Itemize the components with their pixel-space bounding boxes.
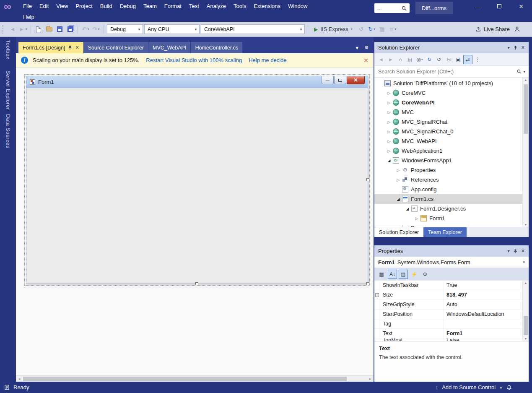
tree-item-mvc-signalrchat-0[interactable]: ▷ MVC_SignalRChat_0 [374,127,529,136]
add-to-source-control-button[interactable]: Add to Source Control [442,384,496,390]
tree-item-properties[interactable]: ▷ ⚙ Properties [374,165,529,175]
tree-item-corewebapi[interactable]: ▷ CoreWebAPI [374,98,529,107]
menu-edit[interactable]: Edit [36,3,52,9]
tree-item-mvc[interactable]: ▷ MVC [374,107,529,117]
menu-file[interactable]: File [19,3,36,9]
close-panel-icon[interactable]: ✕ [521,45,525,50]
events-button[interactable]: ⚡ [410,270,419,279]
resize-handle-bottom-right[interactable] [366,282,369,285]
source-control-dropdown-icon[interactable]: ▲ [499,385,503,389]
tab-homecontroller[interactable]: HomeController.cs [191,42,242,53]
live-share-button[interactable]: Live Share [475,26,510,32]
property-value[interactable]: 818, 497 [444,290,522,299]
window-options-gear-icon[interactable]: ⚙ [364,45,369,50]
grid-vertical-scrollbar[interactable]: ▲ ▼ [522,281,529,341]
categorized-button[interactable]: ▦ [377,270,386,279]
expand-arrow-icon[interactable]: ▷ [394,168,402,172]
tree-item-mvc-webapi[interactable]: ▷ MVC_WebAPI [374,136,529,146]
menu-debug[interactable]: Debug [116,3,140,9]
background-tasks-icon[interactable] [4,385,10,390]
property-value[interactable] [444,319,522,328]
pin-icon[interactable] [514,45,517,50]
menu-format[interactable]: Format [161,3,185,9]
property-row-sizegripstyle[interactable]: SizeGripStyle Auto [374,300,529,310]
property-row-showintaskbar[interactable]: ShowInTaskbar True [374,281,529,290]
menu-build[interactable]: Build [96,3,116,9]
property-value[interactable]: Auto [444,300,522,309]
help-me-decide-link[interactable]: Help me decide [249,57,286,63]
notifications-bell-icon[interactable] [506,385,512,390]
tree-item-app-config[interactable]: App.config [374,185,529,194]
form1-design-surface[interactable]: Form1 — ✕ [26,76,368,284]
new-file-button[interactable] [34,24,43,34]
menu-extensions[interactable]: Extensions [250,3,284,9]
save-all-button[interactable] [65,24,75,34]
pending-changes-filter-button[interactable]: ◎▾ [415,55,424,64]
close-button[interactable]: ✕ [510,0,532,13]
quick-launch-input[interactable]: ... [374,3,410,13]
tab-mvc-webapi[interactable]: MVC_WebAPI [148,42,190,53]
collapse-all-button[interactable]: ⊟ [444,55,453,64]
pin-icon[interactable] [68,45,72,50]
expand-arrow-icon[interactable]: ▷ [385,91,393,95]
menu-window[interactable]: Window [284,3,311,9]
tab-data-sources[interactable]: Data Sources [5,114,11,148]
forward-button[interactable]: ► [386,55,395,64]
open-file-button[interactable] [44,24,54,34]
property-value[interactable]: True [444,281,522,290]
property-row-startposition[interactable]: StartPosition WindowsDefaultLocation [374,310,529,319]
navigate-forward-button[interactable]: ►▾ [18,24,28,34]
property-value[interactable]: False [444,338,522,341]
tree-vertical-scrollbar[interactable]: ▲ ▼ [522,78,529,227]
collapse-arrow-icon[interactable]: ◢ [385,159,393,163]
expand-arrow-icon[interactable]: ▷ [385,139,393,143]
tab-toolbox[interactable]: Toolbox [5,40,11,60]
properties-view-button[interactable]: ▤ [399,270,408,279]
properties-header[interactable]: Properties ▾ ✕ [374,245,529,257]
scroll-up-icon[interactable]: ▲ [523,78,529,81]
scroll-up-icon[interactable]: ▲ [523,281,529,284]
switch-views-button[interactable]: ▤ [405,55,415,64]
maximize-button[interactable] [488,0,510,13]
expand-arrow-icon[interactable]: ▷ [413,216,420,221]
save-button[interactable] [55,24,64,34]
navigate-back-button[interactable]: ◄ [8,24,17,34]
feedback-person-icon[interactable] [514,26,520,32]
menu-tools[interactable]: Tools [230,3,250,9]
expand-arrow-icon[interactable]: ▷ [385,149,393,153]
property-value[interactable]: WindowsDefaultLocation [444,310,522,319]
horizontal-scrollbar[interactable]: ◂ ▸ [16,375,374,382]
window-position-dropdown-icon[interactable]: ▾ [508,45,510,50]
restart-with-100-scaling-link[interactable]: Restart Visual Studio with 100% scaling [146,57,242,63]
scroll-right-icon[interactable]: ▸ [367,377,374,381]
collapse-arrow-icon[interactable]: ◢ [394,197,402,201]
tree-item-solution[interactable]: Solution 'DiffPlatforms' (10 of 10 proje… [374,78,529,88]
refresh-button[interactable]: ↻ [425,55,434,64]
expand-arrow-icon[interactable]: ▷ [385,130,393,134]
tree-item-windowsformsapp1[interactable]: ◢ WindowsFormsApp1 [374,156,529,165]
close-panel-icon[interactable]: ✕ [521,248,525,254]
designer-canvas[interactable]: Form1 — ✕ [16,68,374,375]
scroll-down-icon[interactable]: ▼ [523,337,529,340]
toolbar-overflow-icon[interactable]: ⋮ [473,55,482,64]
tab-solution-explorer[interactable]: Solution Explorer [374,227,423,237]
tree-item-coremvc[interactable]: ▷ CoreMVC [374,88,529,98]
window-position-dropdown-icon[interactable]: ▾ [508,249,510,253]
tree-item-form1-class[interactable]: ▷ Form1 [374,213,529,223]
menu-help[interactable]: Help [19,14,38,20]
menu-view[interactable]: View [52,3,72,9]
tree-item-references[interactable]: ▷ References [374,175,529,185]
tree-item-form1-designer-cs[interactable]: ◢ Form1.Designer.cs [374,204,529,213]
solution-platform-dropdown[interactable]: Any CPU ▾ [144,24,200,34]
expand-arrow-icon[interactable]: ▷ [385,101,393,105]
form-client-area[interactable] [26,88,368,284]
scrollbar-thumb[interactable] [23,377,347,381]
search-options-dropdown-icon[interactable]: ▾ [523,70,525,74]
solution-explorer-header[interactable]: Solution Explorer ▾ ✕ [374,42,529,53]
expand-arrow-icon[interactable]: ▷ [394,178,402,182]
tree-item-webapplication1[interactable]: ▷ WebApplication1 [374,146,529,156]
pin-icon[interactable] [514,249,517,253]
infobar-close-icon[interactable]: ✕ [363,57,369,64]
tab-form1-design[interactable]: Form1.cs [Design] ✕ [18,42,83,53]
show-all-files-button[interactable]: ↺ [434,55,444,64]
